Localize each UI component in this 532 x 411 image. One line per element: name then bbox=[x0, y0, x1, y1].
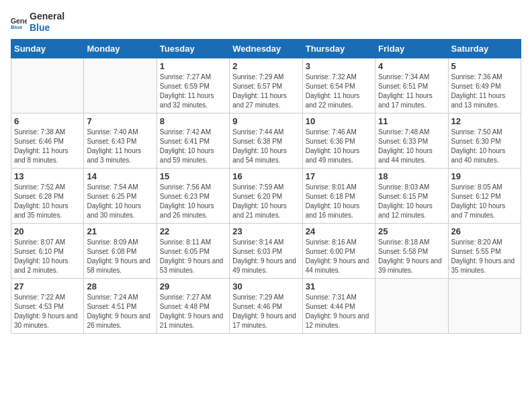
calendar-cell: 31Sunrise: 7:31 AM Sunset: 4:44 PM Dayli… bbox=[302, 278, 375, 333]
day-number: 31 bbox=[306, 281, 372, 291]
calendar-cell: 21Sunrise: 8:09 AM Sunset: 6:08 PM Dayli… bbox=[84, 223, 157, 278]
day-number: 29 bbox=[160, 281, 226, 291]
day-info: Sunrise: 7:27 AM Sunset: 4:48 PM Dayligh… bbox=[160, 293, 226, 330]
calendar-cell: 15Sunrise: 7:56 AM Sunset: 6:23 PM Dayli… bbox=[157, 168, 229, 223]
calendar-cell: 8Sunrise: 7:42 AM Sunset: 6:41 PM Daylig… bbox=[157, 113, 229, 168]
calendar-cell: 23Sunrise: 8:14 AM Sunset: 6:03 PM Dayli… bbox=[230, 223, 302, 278]
calendar-cell: 1Sunrise: 7:27 AM Sunset: 6:59 PM Daylig… bbox=[157, 58, 229, 113]
day-number: 16 bbox=[232, 171, 299, 181]
day-info: Sunrise: 7:46 AM Sunset: 6:36 PM Dayligh… bbox=[306, 128, 372, 165]
calendar-cell: 30Sunrise: 7:29 AM Sunset: 4:46 PM Dayli… bbox=[230, 278, 302, 333]
day-info: Sunrise: 7:31 AM Sunset: 4:44 PM Dayligh… bbox=[306, 293, 372, 330]
calendar-cell: 22Sunrise: 8:11 AM Sunset: 6:05 PM Dayli… bbox=[157, 223, 229, 278]
day-info: Sunrise: 7:29 AM Sunset: 4:46 PM Dayligh… bbox=[232, 293, 299, 330]
logo-icon: General Blue bbox=[11, 15, 27, 29]
day-number: 8 bbox=[160, 116, 226, 126]
day-number: 18 bbox=[378, 171, 445, 181]
weekday-header-wednesday: Wednesday bbox=[230, 39, 302, 58]
day-number: 1 bbox=[160, 61, 226, 71]
calendar-cell: 12Sunrise: 7:50 AM Sunset: 6:30 PM Dayli… bbox=[448, 113, 521, 168]
day-info: Sunrise: 7:50 AM Sunset: 6:30 PM Dayligh… bbox=[451, 128, 518, 165]
calendar-cell: 13Sunrise: 7:52 AM Sunset: 6:28 PM Dayli… bbox=[11, 168, 84, 223]
calendar-cell: 25Sunrise: 8:18 AM Sunset: 5:58 PM Dayli… bbox=[375, 223, 448, 278]
day-info: Sunrise: 8:11 AM Sunset: 6:05 PM Dayligh… bbox=[160, 238, 226, 275]
calendar-cell: 18Sunrise: 8:03 AM Sunset: 6:15 PM Dayli… bbox=[375, 168, 448, 223]
weekday-header-monday: Monday bbox=[84, 39, 157, 58]
day-info: Sunrise: 8:18 AM Sunset: 5:58 PM Dayligh… bbox=[378, 238, 445, 275]
day-info: Sunrise: 7:59 AM Sunset: 6:20 PM Dayligh… bbox=[232, 183, 299, 220]
calendar-cell: 9Sunrise: 7:44 AM Sunset: 6:38 PM Daylig… bbox=[230, 113, 302, 168]
day-number: 12 bbox=[451, 116, 518, 126]
calendar-week-row: 6Sunrise: 7:38 AM Sunset: 6:46 PM Daylig… bbox=[11, 113, 521, 168]
day-number: 7 bbox=[87, 116, 153, 126]
calendar-cell bbox=[84, 58, 157, 113]
day-info: Sunrise: 8:05 AM Sunset: 6:12 PM Dayligh… bbox=[451, 183, 518, 220]
day-info: Sunrise: 8:01 AM Sunset: 6:18 PM Dayligh… bbox=[306, 183, 372, 220]
day-number: 2 bbox=[232, 61, 299, 71]
calendar-cell: 26Sunrise: 8:20 AM Sunset: 5:55 PM Dayli… bbox=[448, 223, 521, 278]
day-info: Sunrise: 7:48 AM Sunset: 6:33 PM Dayligh… bbox=[378, 128, 445, 165]
calendar-cell: 3Sunrise: 7:32 AM Sunset: 6:54 PM Daylig… bbox=[302, 58, 375, 113]
day-info: Sunrise: 8:09 AM Sunset: 6:08 PM Dayligh… bbox=[87, 238, 153, 275]
day-info: Sunrise: 7:32 AM Sunset: 6:54 PM Dayligh… bbox=[306, 73, 372, 110]
day-number: 30 bbox=[232, 281, 299, 291]
day-number: 25 bbox=[378, 226, 445, 236]
day-info: Sunrise: 7:42 AM Sunset: 6:41 PM Dayligh… bbox=[160, 128, 226, 165]
calendar-cell: 19Sunrise: 8:05 AM Sunset: 6:12 PM Dayli… bbox=[448, 168, 521, 223]
calendar-header-row: SundayMondayTuesdayWednesdayThursdayFrid… bbox=[11, 39, 521, 58]
day-number: 4 bbox=[378, 61, 445, 71]
day-info: Sunrise: 7:54 AM Sunset: 6:25 PM Dayligh… bbox=[87, 183, 153, 220]
calendar-week-row: 20Sunrise: 8:07 AM Sunset: 6:10 PM Dayli… bbox=[11, 223, 521, 278]
day-info: Sunrise: 7:56 AM Sunset: 6:23 PM Dayligh… bbox=[160, 183, 226, 220]
calendar-cell: 28Sunrise: 7:24 AM Sunset: 4:51 PM Dayli… bbox=[84, 278, 157, 333]
calendar-cell bbox=[375, 278, 448, 333]
day-number: 9 bbox=[232, 116, 299, 126]
weekday-header-friday: Friday bbox=[375, 39, 448, 58]
day-info: Sunrise: 7:22 AM Sunset: 4:53 PM Dayligh… bbox=[14, 293, 81, 330]
calendar-week-row: 27Sunrise: 7:22 AM Sunset: 4:53 PM Dayli… bbox=[11, 278, 521, 333]
day-info: Sunrise: 8:20 AM Sunset: 5:55 PM Dayligh… bbox=[451, 238, 518, 275]
day-number: 6 bbox=[14, 116, 81, 126]
day-info: Sunrise: 8:07 AM Sunset: 6:10 PM Dayligh… bbox=[14, 238, 81, 275]
day-info: Sunrise: 7:44 AM Sunset: 6:38 PM Dayligh… bbox=[232, 128, 299, 165]
day-number: 23 bbox=[232, 226, 299, 236]
weekday-header-sunday: Sunday bbox=[11, 39, 84, 58]
calendar-cell: 20Sunrise: 8:07 AM Sunset: 6:10 PM Dayli… bbox=[11, 223, 84, 278]
day-number: 24 bbox=[306, 226, 372, 236]
logo-blue-text: Blue bbox=[30, 22, 64, 34]
calendar-cell: 10Sunrise: 7:46 AM Sunset: 6:36 PM Dayli… bbox=[302, 113, 375, 168]
calendar-cell: 29Sunrise: 7:27 AM Sunset: 4:48 PM Dayli… bbox=[157, 278, 229, 333]
logo: General Blue General Blue bbox=[11, 11, 64, 34]
day-number: 11 bbox=[378, 116, 445, 126]
day-info: Sunrise: 8:14 AM Sunset: 6:03 PM Dayligh… bbox=[232, 238, 299, 275]
page-header: General Blue General Blue bbox=[11, 11, 521, 34]
day-number: 20 bbox=[14, 226, 81, 236]
day-info: Sunrise: 8:16 AM Sunset: 6:00 PM Dayligh… bbox=[306, 238, 372, 275]
day-number: 19 bbox=[451, 171, 518, 181]
day-info: Sunrise: 8:03 AM Sunset: 6:15 PM Dayligh… bbox=[378, 183, 445, 220]
day-number: 27 bbox=[14, 281, 81, 291]
day-info: Sunrise: 7:40 AM Sunset: 6:43 PM Dayligh… bbox=[87, 128, 153, 165]
day-number: 13 bbox=[14, 171, 81, 181]
calendar-cell bbox=[11, 58, 84, 113]
calendar-week-row: 13Sunrise: 7:52 AM Sunset: 6:28 PM Dayli… bbox=[11, 168, 521, 223]
calendar-cell: 24Sunrise: 8:16 AM Sunset: 6:00 PM Dayli… bbox=[302, 223, 375, 278]
day-number: 14 bbox=[87, 171, 153, 181]
weekday-header-saturday: Saturday bbox=[448, 39, 521, 58]
calendar-cell: 7Sunrise: 7:40 AM Sunset: 6:43 PM Daylig… bbox=[84, 113, 157, 168]
day-number: 28 bbox=[87, 281, 153, 291]
calendar-cell: 11Sunrise: 7:48 AM Sunset: 6:33 PM Dayli… bbox=[375, 113, 448, 168]
weekday-header-thursday: Thursday bbox=[302, 39, 375, 58]
day-info: Sunrise: 7:24 AM Sunset: 4:51 PM Dayligh… bbox=[87, 293, 153, 330]
day-number: 22 bbox=[160, 226, 226, 236]
calendar-cell: 2Sunrise: 7:29 AM Sunset: 6:57 PM Daylig… bbox=[230, 58, 302, 113]
calendar-cell bbox=[448, 278, 521, 333]
svg-text:Blue: Blue bbox=[11, 24, 23, 28]
calendar-cell: 14Sunrise: 7:54 AM Sunset: 6:25 PM Dayli… bbox=[84, 168, 157, 223]
day-info: Sunrise: 7:34 AM Sunset: 6:51 PM Dayligh… bbox=[378, 73, 445, 110]
day-number: 3 bbox=[306, 61, 372, 71]
day-info: Sunrise: 7:52 AM Sunset: 6:28 PM Dayligh… bbox=[14, 183, 81, 220]
day-info: Sunrise: 7:29 AM Sunset: 6:57 PM Dayligh… bbox=[232, 73, 299, 110]
calendar-week-row: 1Sunrise: 7:27 AM Sunset: 6:59 PM Daylig… bbox=[11, 58, 521, 113]
day-number: 15 bbox=[160, 171, 226, 181]
